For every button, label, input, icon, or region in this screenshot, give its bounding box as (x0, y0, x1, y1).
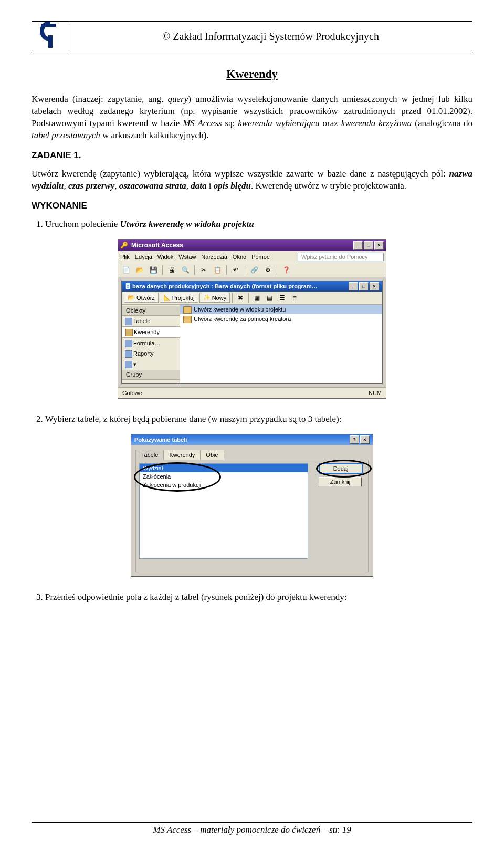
t: są: (222, 118, 238, 128)
undo-icon[interactable]: ↶ (230, 264, 242, 276)
delete-icon[interactable]: ✖ (235, 292, 246, 304)
sidebar-item-queries[interactable]: Kwerendy (122, 326, 180, 338)
steps-list: Uruchom polecienie Utwórz kwerendę w wid… (32, 219, 472, 231)
list-item-create-wizard[interactable]: Utwórz kwerendę za pomocą kreatora (180, 314, 382, 324)
status-left: Gotowe (122, 390, 142, 396)
details-icon[interactable]: ≡ (289, 292, 300, 304)
t: data (191, 181, 206, 191)
db-titlebar: 🗄 baza danych produkcyjnych : Baza danyc… (122, 281, 382, 292)
toolbar: 📄 📂 💾 🖨 🔍 ✂ 📋 ↶ 🔗 ⚙ ❓ (118, 263, 386, 277)
steps-list-2: Wybierz tabele, z której będą pobierane … (32, 413, 472, 426)
list-row-wydzial[interactable]: Wydział (140, 464, 308, 472)
menu-narzedzia[interactable]: Narzędzia (201, 254, 227, 260)
t: , (186, 181, 191, 191)
wykonanie-heading: WYKONANIE (32, 201, 472, 211)
t: i (206, 181, 213, 191)
help-icon[interactable]: ❓ (280, 264, 292, 276)
open-icon[interactable]: 📂 (134, 264, 145, 276)
dialog-close-button[interactable]: × (360, 435, 370, 444)
open-button[interactable]: 📂 Otwórz (124, 293, 159, 303)
menu-okno[interactable]: Okno (233, 254, 246, 260)
new-icon[interactable]: 📄 (120, 264, 132, 276)
logo (32, 21, 69, 51)
dialog-body: Tabele Kwerendy Obie Wydział Zakłócenia … (131, 445, 373, 576)
print-icon[interactable]: 🖨 (166, 264, 177, 276)
db-minimize-button[interactable]: _ (349, 282, 358, 290)
cut-icon[interactable]: ✂ (198, 264, 209, 276)
large-icons-icon[interactable]: ▦ (251, 292, 262, 304)
tab-tables[interactable]: Tabele (135, 450, 164, 460)
page-header: © Zakład Informatyzacji Systemów Produkc… (32, 21, 472, 51)
relations-icon[interactable]: 🔗 (248, 264, 260, 276)
step-2: Wybierz tabele, z której będą pobierane … (45, 413, 472, 426)
dialog-title: Pokazywanie tabeli (134, 437, 187, 443)
tab-both[interactable]: Obie (200, 450, 224, 460)
tab-panel: Wydział Zakłócenia Zakłócenia w produkcj… (135, 460, 369, 572)
t: Utwórz kwerendę (zapytanie) wybierającą,… (32, 169, 449, 179)
db-maximize-button[interactable]: □ (359, 282, 369, 290)
properties-icon[interactable]: ⚙ (262, 264, 274, 276)
list-row-zaklocenia[interactable]: Zakłócenia (140, 472, 308, 481)
database-window: 🗄 baza danych produkcyjnych : Baza danyc… (121, 281, 383, 384)
logo-icon (38, 22, 62, 51)
dialog-titlebar: Pokazywanie tabeli ? × (131, 434, 373, 445)
close-button[interactable]: × (374, 241, 384, 250)
step-3: Przenieś odpowiednie pola z każdej z tab… (45, 591, 472, 604)
menu-widok[interactable]: Widok (158, 254, 174, 260)
minimize-button[interactable]: _ (353, 241, 363, 250)
key-icon: 🔑 (120, 242, 128, 249)
sidebar-item-forms[interactable]: Formula… (122, 338, 180, 348)
close-dialog-button[interactable]: Zamknij (319, 477, 362, 486)
intro-paragraph: Kwerenda (inaczej: zapytanie, ang. query… (32, 94, 472, 142)
menubar: Plik Edycja Widok Wstaw Narzędzia Okno P… (118, 251, 386, 263)
page-footer: MS Access – materiały pomocnicze do ćwic… (32, 822, 472, 835)
maximize-button[interactable]: □ (364, 241, 373, 250)
menu-pomoc[interactable]: Pomoc (251, 254, 269, 260)
db-close-button[interactable]: × (370, 282, 379, 290)
step-1: Uruchom polecienie Utwórz kwerendę w wid… (45, 219, 472, 231)
sidebar-head-groups: Grupy (122, 370, 180, 380)
save-icon[interactable]: 💾 (148, 264, 159, 276)
menu-edycja[interactable]: Edycja (135, 254, 152, 260)
tab-queries[interactable]: Kwerendy (163, 450, 201, 460)
dialog-help-button[interactable]: ? (350, 435, 359, 444)
footer-rest: – materiały pomocnicze do ćwiczeń – str.… (191, 825, 351, 835)
db-sidebar: Obiekty Tabele Kwerendy Formula… Raporty… (122, 305, 180, 383)
zadanie-heading: ZADANIE 1. (32, 150, 472, 161)
t: Kwerenda (inaczej: zapytanie, ang. (32, 94, 168, 104)
menu-plik[interactable]: Plik (120, 254, 130, 260)
menu-wstaw[interactable]: Wstaw (178, 254, 196, 260)
small-icons-icon[interactable]: ▤ (264, 292, 275, 304)
new-button[interactable]: ✨ Nowy (200, 293, 230, 303)
app-title: Microsoft Access (131, 242, 183, 249)
access-screenshot: 🔑 Microsoft Access _ □ × Plik Edycja Wid… (32, 239, 472, 399)
statusbar: Gotowe NUM (118, 387, 386, 398)
status-right: NUM (369, 390, 382, 396)
show-table-dialog: Pokazywanie tabeli ? × Tabele Kwerendy O… (131, 434, 373, 577)
preview-icon[interactable]: 🔍 (180, 264, 191, 276)
db-toolbar: 📂 Otwórz 📐 Projektuj ✨ Nowy ✖ ▦ ▤ ☰ ≡ (122, 292, 382, 305)
t: oszacowana strata (119, 181, 186, 191)
list-item-create-design[interactable]: Utwórz kwerendę w widoku projektu (180, 305, 382, 314)
design-button[interactable]: 📐 Projektuj (160, 293, 198, 303)
add-button[interactable]: Dodaj (319, 463, 363, 474)
sidebar-item-tables[interactable]: Tabele (122, 316, 180, 326)
sidebar-item-reports[interactable]: Raporty (122, 348, 180, 359)
db-icon: 🗄 (125, 283, 131, 289)
db-list: Utwórz kwerendę w widoku projektu Utwórz… (180, 305, 382, 383)
copy-icon[interactable]: 📋 (212, 264, 223, 276)
dialog-screenshot: Pokazywanie tabeli ? × Tabele Kwerendy O… (32, 434, 472, 577)
t: , (64, 181, 68, 191)
sidebar-item-more[interactable]: ▾ (122, 359, 180, 370)
t: Uruchom polecienie (45, 219, 120, 229)
t: . Kwerendę utwórz w trybie projektowania… (251, 181, 406, 191)
footer-product: MS Access (153, 825, 191, 835)
list-icon[interactable]: ☰ (276, 292, 288, 304)
t: oraz (320, 118, 341, 128)
t: tabel przestawnych (32, 130, 100, 140)
access-titlebar: 🔑 Microsoft Access _ □ × (118, 240, 386, 251)
t: czas przerwy (68, 181, 114, 191)
help-search-input[interactable]: Wpisz pytanie do Pomocy (298, 253, 384, 261)
tables-listbox[interactable]: Wydział Zakłócenia Zakłócenia w produkcj… (139, 463, 308, 559)
list-row-zaklocenia-prod[interactable]: Zakłócenia w produkcji (140, 481, 308, 489)
